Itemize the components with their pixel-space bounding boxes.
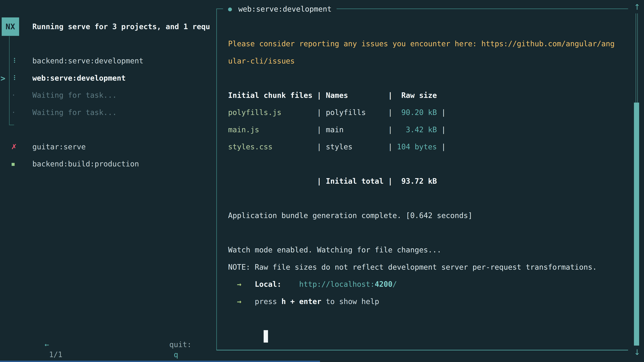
- spinner-icon: ⠸: [11, 52, 16, 69]
- pointer-arrow-icon: →: [237, 293, 242, 310]
- pagination: ← 1/1 →: [9, 330, 62, 362]
- table-row-polyfills: polyfills.js | polyfills | 90.20 kB |: [228, 104, 629, 121]
- table-pipe: |: [317, 138, 322, 156]
- table-pipe: |: [317, 87, 322, 104]
- failed-cross-icon: ✗: [11, 138, 17, 156]
- spinner-icon: ⠸: [11, 69, 16, 87]
- blank-line: [228, 69, 629, 87]
- chunk-size: 104 bytes: [397, 138, 437, 156]
- chunk-table-header-row: Initial chunk files | Names | Raw size: [228, 87, 629, 104]
- angular-issue-notice-line-2: ular-cli/issues: [228, 52, 629, 70]
- task-row-guitar-serve[interactable]: ✗ guitar:serve: [0, 138, 216, 156]
- table-pipe: |: [388, 87, 392, 104]
- chunk-name: main: [326, 121, 344, 138]
- hint-keys: h + enter: [282, 297, 321, 306]
- col-names: Names: [326, 87, 348, 104]
- watch-mode-line: Watch mode enabled. Watching for file ch…: [228, 241, 629, 259]
- quit-key: q: [174, 350, 178, 359]
- url-prefix: http://localhost:: [299, 280, 375, 289]
- col-raw-size: Raw size: [397, 87, 437, 104]
- local-url-line: → Local: http://localhost:4200/: [228, 276, 629, 293]
- terminal-output[interactable]: Please consider reporting any issues you…: [228, 35, 629, 327]
- chunk-size: 3.42 kB: [397, 121, 437, 138]
- task-label: Waiting for task...: [32, 87, 117, 104]
- nx-tui-screen: NX Running serve for 3 projects, and 1 r…: [0, 0, 644, 362]
- bottom-accent-strip: [0, 361, 320, 362]
- chunk-file: styles.css: [228, 138, 272, 156]
- table-pipe: |: [442, 121, 446, 138]
- task-list-panel: NX Running serve for 3 projects, and 1 r…: [0, 0, 216, 362]
- scroll-down-arrow-icon[interactable]: ↓: [633, 348, 641, 357]
- task-row-waiting-1[interactable]: · Waiting for task...: [0, 87, 216, 104]
- waiting-dot-icon: ·: [12, 104, 15, 121]
- task-label: web:serve:development: [32, 69, 126, 87]
- url-suffix: /: [392, 280, 397, 289]
- scrollbar-thumb[interactable]: [634, 103, 639, 346]
- local-url-link[interactable]: http://localhost:4200/: [299, 276, 397, 293]
- help-hint-text: pressh + enterto show help: [255, 293, 379, 310]
- page-left-arrow-icon[interactable]: ←: [44, 340, 49, 349]
- total-size: 93.72 kB: [397, 173, 437, 190]
- blank-line: [228, 190, 629, 207]
- output-panel-title: web:serve:development: [238, 5, 332, 13]
- table-pipe: |: [388, 121, 392, 138]
- chunk-name: polyfills: [326, 104, 366, 121]
- task-row-waiting-2[interactable]: · Waiting for task...: [0, 104, 216, 121]
- table-pipe: |: [388, 173, 392, 190]
- waiting-dot-icon: ·: [12, 87, 15, 104]
- help-hint-line: → pressh + enterto show help: [228, 293, 629, 310]
- table-pipe: |: [317, 104, 322, 121]
- quit-label: quit:: [170, 340, 192, 349]
- task-row-web-serve-selected[interactable]: ⠸ web:serve:development: [0, 69, 216, 87]
- chunk-file: main.js: [228, 121, 259, 138]
- note-line: NOTE: Raw file sizes do not reflect deve…: [228, 259, 629, 276]
- task-label: guitar:serve: [32, 138, 86, 156]
- pointer-arrow-icon: →: [237, 276, 242, 293]
- task-label: backend:build:production: [32, 155, 139, 173]
- hint-pre: press: [255, 297, 277, 306]
- table-pipe: |: [388, 104, 392, 121]
- cursor-line: [228, 310, 629, 327]
- local-label: Local:: [255, 276, 282, 293]
- table-pipe: |: [317, 121, 322, 138]
- success-square-icon: ▪: [11, 155, 15, 173]
- blank-line: [228, 224, 629, 242]
- url-port: 4200: [375, 280, 392, 289]
- chunk-file: polyfills.js: [228, 104, 282, 121]
- task-label: Waiting for task...: [32, 104, 117, 121]
- task-row-backend-build[interactable]: ▪ backend:build:production: [0, 155, 216, 173]
- task-row-backend-serve[interactable]: ⠸ backend:serve:development: [0, 52, 216, 69]
- chunk-name: styles: [326, 138, 352, 156]
- table-total-row: | Initial total | 93.72 kB: [228, 173, 629, 190]
- task-label: backend:serve:development: [32, 52, 144, 69]
- run-summary-title: Running serve for 3 projects, and 1 requ: [32, 22, 216, 32]
- blank-row: [0, 121, 216, 138]
- output-panel-header: ● web:serve:development: [223, 3, 336, 15]
- angular-issue-notice-line-1: Please consider reporting any issues you…: [228, 35, 629, 52]
- hint-post: to show help: [326, 297, 379, 306]
- table-pipe: |: [388, 138, 392, 156]
- scroll-up-arrow-icon[interactable]: ↑: [633, 2, 641, 12]
- table-row-main: main.js | main | 3.42 kB |: [228, 121, 629, 138]
- keyboard-shortcuts: quit: q help: ?: [134, 330, 200, 362]
- table-pipe: |: [317, 173, 322, 190]
- nx-logo: NX: [2, 17, 19, 36]
- blank-line: [228, 156, 629, 173]
- total-label: Initial total: [326, 173, 384, 190]
- page-indicator: 1/1: [49, 350, 62, 359]
- task-list: ⠸ backend:serve:development ⠸ web:serve:…: [0, 52, 216, 173]
- bundle-complete-line: Application bundle generation complete. …: [228, 207, 629, 224]
- chunk-size: 90.20 kB: [397, 104, 437, 121]
- table-pipe: |: [442, 138, 446, 156]
- status-bar: ← 1/1 → quit: q help: ?: [0, 330, 216, 340]
- table-pipe: |: [442, 104, 446, 121]
- running-bullet-icon: ●: [228, 5, 232, 12]
- col-initial-chunk-files: Initial chunk files: [228, 87, 312, 104]
- terminal-cursor: [264, 330, 268, 343]
- table-row-styles: styles.css | styles | 104 bytes |: [228, 138, 629, 156]
